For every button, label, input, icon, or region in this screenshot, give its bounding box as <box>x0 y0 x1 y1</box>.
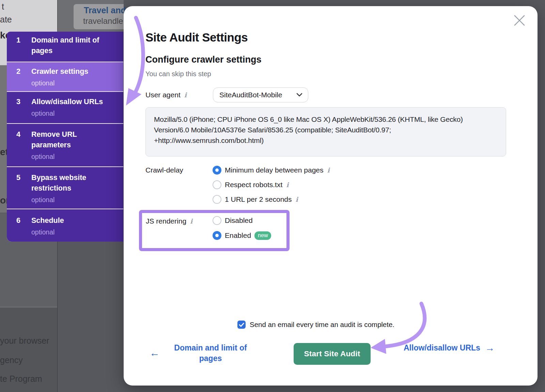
info-icon[interactable]: i <box>327 166 330 175</box>
step-number: 4 <box>16 129 31 166</box>
info-icon[interactable]: i <box>296 195 298 204</box>
radio-minimum-delay[interactable] <box>213 166 221 175</box>
step-title: Remove URL parameters <box>31 129 113 150</box>
wizard-step-domain-and-limit[interactable]: 1 Domain and limit of pages <box>7 32 123 62</box>
info-icon[interactable]: i <box>184 91 187 99</box>
step-number: 1 <box>16 35 31 62</box>
user-agent-label: User agenti <box>145 91 187 99</box>
radio-one-url-per-2s-label: 1 URL per 2 secondsi <box>225 195 298 204</box>
checkmark-icon <box>237 321 246 329</box>
step-title: Crawler settings <box>31 66 119 77</box>
background-content-strip: Travel and travelandle <box>58 0 124 32</box>
background-footer-area: your browser gency te Program <box>0 307 57 392</box>
step-number: 2 <box>16 66 31 91</box>
user-agent-string-line: +http://www.semrush.com/bot.html) <box>154 135 498 146</box>
user-agent-selected-value: SiteAuditBot-Mobile <box>219 91 282 99</box>
background-project-title: Travel and <box>84 5 126 15</box>
setup-wizard-steps: 1 Domain and limit of pages 2 Crawler se… <box>7 32 123 242</box>
chevron-down-icon <box>296 92 302 98</box>
step-optional-label: optional <box>31 228 119 236</box>
step-subheading: You can skip this step <box>145 70 211 78</box>
crawl-delay-label: Crawl-delay <box>145 166 183 175</box>
wizard-step-bypass-website-restrictions[interactable]: 5 Bypass website restrictions optional <box>7 167 123 209</box>
radio-respect-robots[interactable] <box>213 180 221 189</box>
info-icon[interactable]: i <box>286 180 289 189</box>
user-agent-string-line: Version/6.0 Mobile/10A5376e Safari/8536.… <box>154 125 498 135</box>
radio-js-disabled-label: Disabled <box>225 216 253 225</box>
bg-footer-link: your browser <box>0 336 49 346</box>
email-checkbox-label: Send an email every time an audit is com… <box>250 320 394 329</box>
modal-title: Site Audit Settings <box>145 31 248 44</box>
js-rendering-label: JS renderingi <box>146 217 192 226</box>
email-checkbox[interactable] <box>237 321 246 329</box>
radio-js-enabled-label: Enablednew <box>225 231 271 240</box>
info-icon[interactable]: i <box>190 217 192 226</box>
step-optional-label: optional <box>31 79 119 87</box>
wizard-step-remove-url-parameters[interactable]: 4 Remove URL parameters optional <box>7 124 123 166</box>
user-agent-select[interactable]: SiteAuditBot-Mobile <box>213 87 308 102</box>
user-agent-string-line: Mozilla/5.0 (iPhone; CPU iPhone OS 6_0 l… <box>154 114 498 125</box>
radio-js-disabled[interactable] <box>213 216 221 225</box>
start-site-audit-button[interactable]: Start Site Audit <box>294 343 371 365</box>
user-agent-string: Mozilla/5.0 (iPhone; CPU iPhone OS 6_0 l… <box>145 107 506 157</box>
bg-text-fragment: ate <box>0 15 12 24</box>
step-heading: Configure crawler settings <box>145 54 262 65</box>
step-number: 5 <box>16 173 31 209</box>
wizard-step-schedule[interactable]: 6 Schedule optional <box>7 209 123 242</box>
radio-one-url-per-2s[interactable] <box>213 195 221 204</box>
radio-js-enabled[interactable] <box>213 231 221 240</box>
step-optional-label: optional <box>31 152 119 161</box>
bg-footer-link: gency <box>0 355 23 365</box>
step-number: 3 <box>16 97 31 123</box>
step-title: Bypass website restrictions <box>31 173 106 194</box>
radio-minimum-delay-label: Minimum delay between pagesi <box>225 166 330 175</box>
step-number: 6 <box>16 215 31 242</box>
step-title: Schedule <box>31 215 119 226</box>
step-title: Domain and limit of pages <box>31 35 119 56</box>
arrow-right-icon: → <box>485 343 495 353</box>
close-icon[interactable] <box>513 14 526 27</box>
wizard-step-crawler-settings[interactable]: 2 Crawler settings optional <box>7 62 123 91</box>
js-rendering-highlight-box <box>139 210 290 251</box>
wizard-step-allow-disallow-urls[interactable]: 3 Allow/disallow URLs optional <box>7 92 123 123</box>
bg-footer-link: te Program <box>0 374 42 384</box>
arrow-left-icon[interactable]: ← <box>150 348 160 358</box>
radio-respect-robots-label: Respect robots.txti <box>225 180 289 189</box>
step-optional-label: optional <box>31 196 119 204</box>
next-link-allow-disallow[interactable]: Allow/disallow URLs → <box>404 343 495 353</box>
new-badge: new <box>254 231 271 240</box>
bg-text-fragment: t <box>2 2 4 12</box>
site-audit-settings-modal: Site Audit Settings Configure crawler se… <box>124 6 538 386</box>
back-link-domain-and-limit[interactable]: Domain and limit of pages <box>168 343 253 364</box>
background-project-domain: travelandle <box>83 16 123 26</box>
step-title: Allow/disallow URLs <box>31 97 119 107</box>
step-optional-label: optional <box>31 109 119 117</box>
